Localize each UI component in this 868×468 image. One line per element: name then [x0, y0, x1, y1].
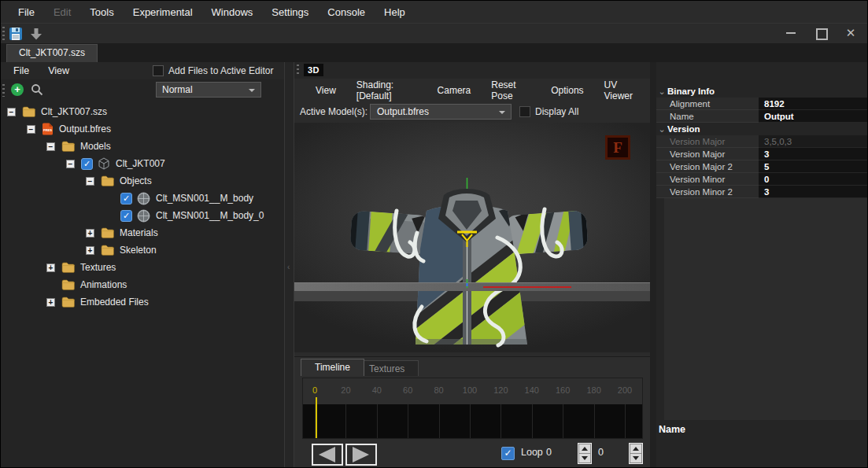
viewport-canvas[interactable]: F: [294, 123, 650, 352]
app-window: FileEditToolsExperimentalWindowsSettings…: [0, 0, 868, 468]
property-row-version-major[interactable]: Version Major3,5,0,3: [656, 135, 868, 148]
folder-icon: [61, 141, 75, 152]
tree-checkbox-checked[interactable]: ✓: [120, 193, 132, 205]
panel-menu-file[interactable]: File: [4, 62, 39, 79]
property-row-version-major-2[interactable]: Version Major 25: [656, 160, 868, 173]
minimize-button[interactable]: [785, 28, 796, 39]
folder-icon: [61, 297, 75, 308]
timeline-track[interactable]: 020406080100120140160180200: [302, 378, 643, 439]
tree-item-textures[interactable]: +Textures: [1, 259, 284, 276]
tree-expander-minus[interactable]: −: [86, 177, 94, 186]
timeline-gridline: [532, 404, 533, 438]
chevron-down-icon[interactable]: ⌄: [656, 124, 667, 134]
loop-checkbox[interactable]: ✓: [501, 447, 515, 460]
tree-item-skeleton[interactable]: +Skeleton: [1, 241, 284, 259]
property-row-version-minor-2[interactable]: Version Minor 23: [656, 186, 868, 198]
property-value[interactable]: 3: [759, 148, 868, 160]
property-value[interactable]: 0: [759, 173, 868, 186]
frame-forward-button[interactable]: [345, 444, 377, 466]
dock-grip[interactable]: [297, 64, 299, 76]
property-row-version-major[interactable]: Version Major3: [656, 148, 868, 160]
dock-3d-badge[interactable]: 3D: [304, 64, 323, 76]
property-row-alignment[interactable]: Alignment8192: [656, 98, 868, 110]
tree-checkbox-checked[interactable]: ✓: [120, 210, 132, 222]
property-value[interactable]: 8192: [759, 98, 868, 110]
menu-file[interactable]: File: [9, 6, 44, 18]
viewport-menu-shading-default[interactable]: Shading: [Default]: [346, 79, 427, 101]
tree-item-animations[interactable]: Animations: [1, 276, 284, 293]
active-model-dropdown[interactable]: Output.bfres: [370, 104, 512, 120]
menu-console[interactable]: Console: [318, 6, 375, 18]
tree-checkbox-checked[interactable]: ✓: [81, 158, 93, 170]
menu-settings[interactable]: Settings: [262, 6, 318, 18]
tree-expander-minus[interactable]: −: [46, 142, 55, 151]
tree-expander-plus[interactable]: +: [46, 263, 55, 272]
viewport-menu-uv-viewer[interactable]: UV Viewer: [594, 79, 650, 101]
ruler-tick-60: 60: [397, 385, 418, 395]
timeline-track-area[interactable]: [303, 404, 642, 438]
property-value[interactable]: Output: [759, 110, 868, 123]
property-group-binary-info[interactable]: ⌄Binary Info: [656, 85, 868, 98]
tree-expander-minus[interactable]: −: [66, 160, 75, 168]
close-button[interactable]: ✕: [845, 28, 856, 39]
tree-item-embedded-files[interactable]: +Embedded Files: [1, 293, 284, 311]
tab-textures[interactable]: Textures: [355, 360, 419, 376]
tree-expander-plus[interactable]: +: [46, 298, 55, 307]
tree-expander-plus[interactable]: +: [86, 229, 94, 238]
chevron-down-icon[interactable]: ⌄: [656, 87, 667, 96]
tree-item-output-bfres[interactable]: −FRESOutput.bfres: [1, 120, 284, 138]
frame-spinner[interactable]: [578, 443, 592, 464]
tree-expander-minus[interactable]: −: [7, 108, 16, 116]
property-value: 3,5,0,3: [759, 135, 868, 148]
timeline-playhead[interactable]: [316, 397, 317, 438]
viewport-menu-view[interactable]: View: [305, 85, 346, 96]
tree-mode-dropdown[interactable]: Normal: [156, 82, 261, 98]
spin-down-icon[interactable]: [579, 454, 590, 462]
menu-help[interactable]: Help: [375, 6, 415, 18]
menu-edit[interactable]: Edit: [44, 6, 80, 18]
import-arrow-icon[interactable]: [29, 27, 43, 41]
frame-back-button[interactable]: [312, 444, 343, 466]
add-files-checkbox[interactable]: [153, 65, 164, 76]
tree-expander-minus[interactable]: −: [27, 125, 35, 134]
menu-windows[interactable]: Windows: [202, 6, 263, 18]
tree-toolbar-grip[interactable]: [2, 84, 5, 97]
tree-item-clt-msn001-m-body[interactable]: ✓Clt_MSN001__M_body: [1, 190, 284, 207]
spin-up-icon[interactable]: [579, 444, 590, 453]
collapse-left-icon[interactable]: ‹: [287, 263, 290, 271]
property-row-name[interactable]: NameOutput: [656, 110, 868, 123]
tree-item-models[interactable]: −Models: [1, 138, 284, 155]
panel-menu-view[interactable]: View: [39, 62, 79, 79]
viewport-menu-options[interactable]: Options: [541, 85, 593, 96]
spin-up-icon[interactable]: [630, 444, 641, 453]
add-file-icon[interactable]: +: [11, 83, 24, 96]
property-value[interactable]: 5: [759, 160, 868, 173]
tree-item-clt-jkt007[interactable]: −✓Clt_JKT007: [1, 155, 284, 172]
right-splitter[interactable]: [650, 62, 656, 468]
spin-down-icon[interactable]: [630, 454, 641, 462]
viewport-menu-camera[interactable]: Camera: [427, 85, 482, 96]
property-value[interactable]: 3: [759, 186, 868, 198]
viewport-menu-reset-pose[interactable]: Reset Pose: [481, 79, 541, 101]
property-row-version-minor[interactable]: Version Minor0: [656, 173, 868, 186]
tree-item-clt-msn001-m-body-0[interactable]: ✓Clt_MSN001__M_body_0: [1, 207, 284, 224]
left-splitter[interactable]: ‹: [284, 62, 294, 468]
property-group-version[interactable]: ⌄Version: [656, 123, 868, 135]
tree-item-objects[interactable]: −Objects: [1, 172, 284, 190]
maximize-button[interactable]: [815, 28, 826, 39]
timeline-ruler[interactable]: 020406080100120140160180200: [303, 378, 642, 404]
document-tab[interactable]: Clt_JKT007.szs: [6, 44, 98, 62]
tree-toolbar: + Normal: [1, 79, 284, 101]
toolbar-grip[interactable]: [2, 27, 5, 41]
display-all-checkbox[interactable]: [519, 106, 530, 117]
tab-timeline[interactable]: Timeline: [301, 359, 364, 376]
save-icon[interactable]: [9, 27, 23, 41]
ruler-tick-200: 200: [615, 385, 635, 395]
tree-expander-plus[interactable]: +: [86, 246, 94, 255]
search-icon[interactable]: [31, 83, 43, 98]
menu-tools[interactable]: Tools: [80, 6, 123, 18]
tree-item-materials[interactable]: +Materials: [1, 224, 284, 241]
menu-experimental[interactable]: Experimental: [124, 6, 202, 18]
end-frame-spinner[interactable]: [629, 443, 643, 464]
tree-item-clt-jkt007-szs[interactable]: −Clt_JKT007.szs: [1, 103, 284, 120]
